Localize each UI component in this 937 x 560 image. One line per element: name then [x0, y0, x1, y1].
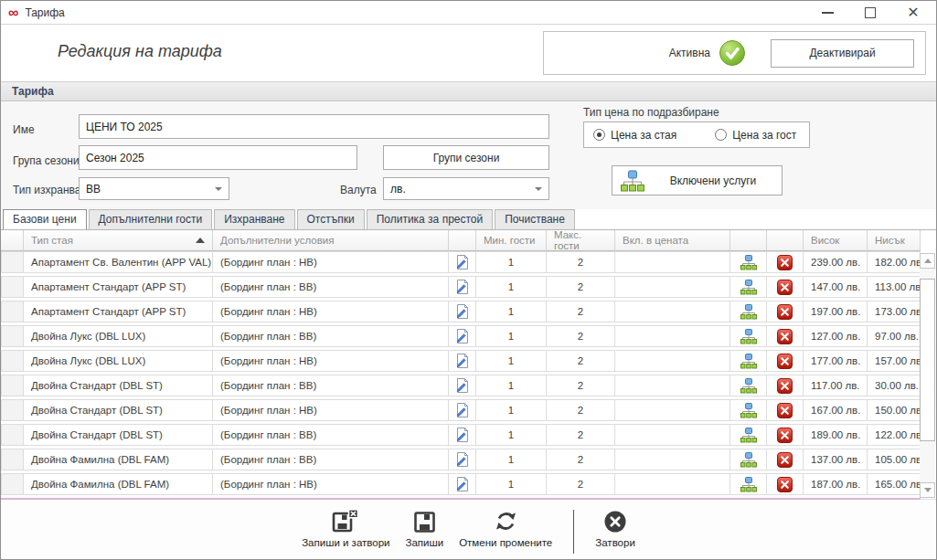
- meal-type-value: BB: [86, 183, 101, 195]
- deactivate-button[interactable]: Деактивирай: [771, 39, 914, 68]
- vertical-scrollbar[interactable]: [920, 253, 935, 498]
- scrollbar-thumb[interactable]: [920, 279, 935, 441]
- low-price-cell: 97.00 лв.: [868, 325, 921, 347]
- column-header-included[interactable]: Вкл. в цената: [615, 230, 730, 251]
- table-row[interactable]: Двойна Стандарт (DBL ST) (Бординг план :…: [1, 399, 921, 424]
- table-row[interactable]: Двойна Лукс (DBL LUX) (Бординг план : HB…: [1, 350, 921, 375]
- save-button[interactable]: Запиши: [406, 508, 444, 548]
- radio-label: Цена за стая: [611, 129, 676, 142]
- maximize-button[interactable]: [855, 3, 886, 23]
- tab[interactable]: Отстъпки: [297, 209, 365, 229]
- currency-label: Валута: [340, 184, 377, 196]
- edit-conditions-button[interactable]: [449, 325, 476, 347]
- currency-select[interactable]: лв.: [383, 177, 549, 200]
- undo-changes-button[interactable]: Отмени промените: [459, 508, 552, 548]
- minimize-button[interactable]: [812, 3, 843, 23]
- table-row[interactable]: Апартамент Стандарт (APP ST) (Бординг пл…: [1, 276, 921, 301]
- scroll-down-button[interactable]: [920, 482, 935, 498]
- row-services-button[interactable]: [730, 301, 767, 322]
- radio-label: Цена за гост: [732, 129, 796, 142]
- row-services-button[interactable]: [730, 375, 767, 396]
- services-tree-icon: [740, 428, 757, 443]
- row-services-button[interactable]: [730, 399, 767, 421]
- delete-row-button[interactable]: [767, 399, 804, 421]
- included-services-button[interactable]: Включени услуги: [612, 165, 783, 195]
- edit-conditions-button[interactable]: [449, 473, 476, 495]
- row-services-button[interactable]: [730, 473, 767, 495]
- services-tree-icon: [621, 170, 644, 192]
- season-group-input[interactable]: [79, 145, 357, 170]
- edit-conditions-button[interactable]: [449, 276, 476, 298]
- edit-conditions-button[interactable]: [449, 375, 476, 396]
- save-and-close-button[interactable]: Запиши и затвори: [302, 508, 389, 548]
- delete-row-button[interactable]: [767, 375, 804, 396]
- row-services-button[interactable]: [730, 424, 767, 446]
- meal-type-select[interactable]: BB: [79, 177, 229, 200]
- included-cell: [615, 424, 730, 446]
- conditions-cell: (Бординг план : HB): [213, 473, 449, 495]
- included-cell: [615, 375, 730, 396]
- table-row[interactable]: Двойна Стандарт (DBL ST) (Бординг план :…: [1, 375, 921, 399]
- toolbar-separator: [573, 510, 574, 554]
- edit-conditions-button[interactable]: [449, 399, 476, 421]
- min-guests-cell: 1: [476, 473, 547, 495]
- column-header-min-guests[interactable]: Мин. гости: [476, 230, 547, 251]
- column-header-high[interactable]: Висок: [804, 230, 868, 251]
- close-button[interactable]: ✕: [898, 3, 929, 23]
- row-services-button[interactable]: [730, 251, 767, 273]
- min-guests-cell: 1: [476, 251, 547, 273]
- table-row[interactable]: Двойна Лукс (DBL LUX) (Бординг план : BB…: [1, 325, 921, 350]
- delete-row-button[interactable]: [767, 424, 804, 446]
- edit-conditions-button[interactable]: [449, 424, 476, 446]
- table-row[interactable]: Апартамент Св. Валентин (APP VAL) (Борди…: [1, 251, 921, 276]
- edit-conditions-button[interactable]: [449, 251, 476, 273]
- delete-row-button[interactable]: [767, 325, 804, 347]
- price-type-option[interactable]: Цена за гост: [715, 129, 796, 142]
- column-header-max-guests[interactable]: Макс. гости: [547, 230, 615, 251]
- delete-row-button[interactable]: [767, 473, 804, 495]
- edit-pencil-icon: [454, 402, 470, 418]
- included-cell: [615, 301, 730, 322]
- delete-row-button[interactable]: [767, 276, 804, 298]
- delete-row-button[interactable]: [767, 301, 804, 322]
- table-row[interactable]: Двойна Стандарт (DBL ST) (Бординг план :…: [1, 424, 921, 449]
- tab[interactable]: Допълнителни гости: [89, 209, 213, 229]
- delete-row-button[interactable]: [767, 449, 804, 470]
- name-input[interactable]: [79, 114, 549, 139]
- delete-row-button[interactable]: [767, 350, 804, 372]
- edit-conditions-button[interactable]: [449, 350, 476, 372]
- table-row[interactable]: Двойна Фамилна (DBL FAM) (Бординг план :…: [1, 473, 921, 498]
- row-services-button[interactable]: [730, 325, 767, 347]
- column-header-edit: [449, 230, 476, 251]
- services-tree-icon: [740, 452, 757, 468]
- edit-conditions-button[interactable]: [449, 449, 476, 470]
- row-indicator: [1, 375, 24, 396]
- season-groups-button[interactable]: Групи сезони: [383, 145, 549, 170]
- column-header-low[interactable]: Нисък: [868, 230, 921, 251]
- tab[interactable]: Изхранване: [214, 209, 294, 229]
- scroll-up-button[interactable]: [920, 253, 935, 269]
- row-services-button[interactable]: [730, 350, 767, 372]
- min-guests-cell: 1: [476, 449, 547, 470]
- room-type-cell: Двойна Фамилна (DBL FAM): [24, 473, 213, 495]
- services-tree-icon: [740, 378, 757, 394]
- save-close-icon: [332, 509, 359, 534]
- table-row[interactable]: Двойна Фамилна (DBL FAM) (Бординг план :…: [1, 449, 921, 473]
- high-price-cell: 189.00 лв.: [804, 424, 868, 446]
- tab[interactable]: Политика за престой: [367, 209, 494, 229]
- min-guests-cell: 1: [476, 399, 547, 421]
- max-guests-cell: 2: [547, 325, 615, 347]
- row-services-button[interactable]: [730, 449, 767, 470]
- delete-row-button[interactable]: [767, 251, 804, 273]
- edit-conditions-button[interactable]: [449, 301, 476, 322]
- tab[interactable]: Базови цени: [3, 209, 87, 229]
- max-guests-cell: 2: [547, 449, 615, 470]
- table-row[interactable]: Апартамент Стандарт (APP ST) (Бординг пл…: [1, 301, 921, 325]
- price-type-option[interactable]: Цена за стая: [593, 129, 676, 142]
- tab[interactable]: Почистване: [495, 209, 575, 229]
- column-header-room[interactable]: Тип стая: [24, 230, 213, 251]
- row-indicator: [1, 449, 24, 470]
- row-services-button[interactable]: [730, 276, 767, 298]
- close-window-button[interactable]: Затвори: [595, 508, 635, 548]
- column-header-conditions[interactable]: Допълнителни условия: [213, 230, 449, 251]
